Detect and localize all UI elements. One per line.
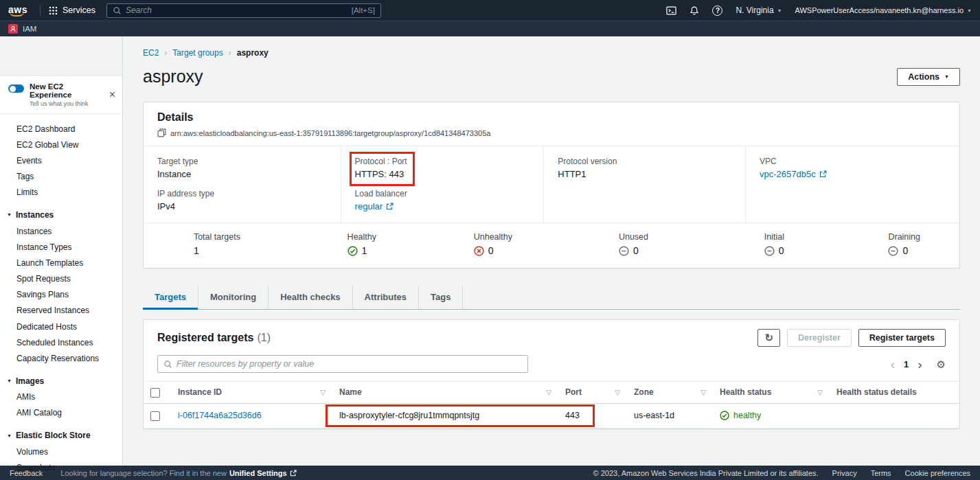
sidebar-item-launch-templates[interactable]: Launch Templates [0,255,122,271]
registered-targets-title: Registered targets(1) [157,332,271,344]
stat-label: Draining [888,232,920,242]
divider [40,5,41,16]
sidebar-item-ami-catalog[interactable]: AMI Catalog [0,405,122,421]
feedback-link[interactable]: Feedback [10,469,43,477]
actions-button[interactable]: Actions ▼ [897,68,960,86]
unified-settings-link[interactable]: Unified Settings [229,469,287,477]
field-label: Target type [157,157,327,166]
caret-down-icon: ▼ [944,74,949,79]
region-label: N. Virginia [736,5,773,15]
terms-link[interactable]: Terms [871,469,891,477]
details-column-4: VPC vpc-2657db5c [745,146,959,222]
sort-icon[interactable]: ▽ [700,389,706,396]
field-value: vpc-2657db5c [760,169,946,179]
registered-targets-count: (1) [258,332,271,343]
previous-page-button[interactable]: ‹ [891,358,895,371]
sidebar-section-instances[interactable]: ▼ Instances [0,207,122,223]
settings-gear-icon[interactable]: ⚙ [937,359,946,369]
tab-monitoring[interactable]: Monitoring [198,286,269,309]
services-grid-icon [49,6,58,15]
column-header-name[interactable]: Name [339,387,362,397]
caret-down-icon: ▼ [7,212,12,217]
sidebar-item-amis[interactable]: AMIs [0,389,122,405]
column-header-port[interactable]: Port [565,387,582,397]
sidebar-item-dedicated-hosts[interactable]: Dedicated Hosts [0,319,122,334]
global-search-box[interactable]: [Alt+S] [106,3,381,18]
field-ip-address-type: IP address type IPv4 [157,189,327,212]
stat-number: 1 [194,245,199,256]
filter-box[interactable] [157,355,528,373]
sidebar-item-tags[interactable]: Tags [0,169,122,185]
breadcrumb-ec2[interactable]: EC2 [143,48,159,58]
check-circle-icon [347,246,358,256]
close-icon[interactable]: × [109,89,115,100]
register-targets-button[interactable]: Register targets [858,329,946,347]
sidebar-item-scheduled-instances[interactable]: Scheduled Instances [0,334,122,350]
load-balancer-link[interactable]: regular [355,201,383,212]
tab-targets[interactable]: Targets [143,286,198,309]
cookie-preferences-link[interactable]: Cookie preferences [905,469,970,477]
row-checkbox[interactable] [150,411,160,421]
sidebar-section-elastic-block-store[interactable]: ▼ Elastic Block Store [0,427,122,444]
deregister-button[interactable]: Deregister [787,329,852,347]
field-value: Instance [157,169,327,179]
details-grid: Target type Instance IP address type IPv… [144,146,959,222]
privacy-link[interactable]: Privacy [832,469,857,477]
search-input[interactable] [126,5,347,15]
main-content: EC2 › Target groups › asproxy asproxy Ac… [123,36,980,466]
filter-input[interactable] [176,359,522,369]
stat-label: Initial [764,232,784,242]
sort-icon[interactable]: ▽ [615,389,620,396]
account-menu[interactable]: AWSPowerUserAccess/navaneeth.kn@harness.… [795,6,972,14]
favorite-iam[interactable]: IAM [8,24,36,34]
registered-targets-table: Instance ID▽ Name▽ Port▽ Zone▽ Health st… [144,381,959,428]
vpc-link[interactable]: vpc-2657db5c [760,169,816,179]
sort-icon[interactable]: ▽ [546,389,551,396]
field-value: regular [355,201,530,212]
field-label: VPC [760,157,946,166]
help-button[interactable]: ? [712,5,722,16]
breadcrumb-target-groups[interactable]: Target groups [172,48,223,58]
sort-icon[interactable]: ▽ [320,389,326,396]
language-selection-note: Looking for language selection? Find it … [60,469,296,477]
experience-toggle[interactable] [8,84,24,93]
sidebar-item-limits[interactable]: Limits [0,185,122,201]
favorites-bar: IAM [0,21,980,36]
sidebar-item-reserved-instances[interactable]: Reserved Instances [0,303,122,319]
sidebar-item-volumes[interactable]: Volumes [0,444,122,459]
sidebar-item-spot-requests[interactable]: Spot Requests [0,271,122,287]
sidebar-item-events[interactable]: Events [0,152,122,168]
sidebar-item-instances[interactable]: Instances [0,223,122,239]
select-all-checkbox[interactable] [150,388,160,398]
stat-value: 1 [347,245,367,256]
tab-tags[interactable]: Tags [419,286,463,309]
tab-health-checks[interactable]: Health checks [269,286,352,309]
stat-number: 0 [488,245,494,256]
column-header-health-status[interactable]: Health status [720,387,771,397]
field-value: HTTP1 [558,169,731,179]
aws-logo[interactable]: aws [8,3,32,17]
sidebar-item-ec2-dashboard[interactable]: EC2 Dashboard [0,121,122,137]
services-menu-button[interactable]: Services [49,5,95,15]
current-page[interactable]: 1 [904,360,909,369]
caret-down-icon: ▼ [777,8,782,13]
cloudshell-button[interactable] [666,5,676,16]
column-header-instance-id[interactable]: Instance ID [178,387,222,397]
field-label: Protocol version [558,157,731,166]
copy-icon[interactable] [157,128,166,137]
sidebar-item-capacity-reservations[interactable]: Capacity Reservations [0,350,122,366]
sidebar-section-images[interactable]: ▼ Images [0,373,122,389]
column-header-zone[interactable]: Zone [634,387,654,397]
tab-attributes[interactable]: Attributes [353,286,419,309]
region-selector[interactable]: N. Virginia ▼ [736,5,782,15]
sort-icon[interactable]: ▽ [817,389,823,396]
sidebar-item-savings-plans[interactable]: Savings Plans [0,287,122,303]
next-page-button[interactable]: › [918,358,922,371]
external-link-icon [819,170,827,178]
section-label: Instances [16,210,54,220]
sidebar-item-instance-types[interactable]: Instance Types [0,239,122,255]
sidebar-item-ec2-global-view[interactable]: EC2 Global View [0,137,122,152]
refresh-button[interactable]: ↻ [757,329,780,347]
notifications-button[interactable] [690,5,699,16]
instance-id-link[interactable]: i-06f1744a6a25d36d6 [178,411,262,420]
